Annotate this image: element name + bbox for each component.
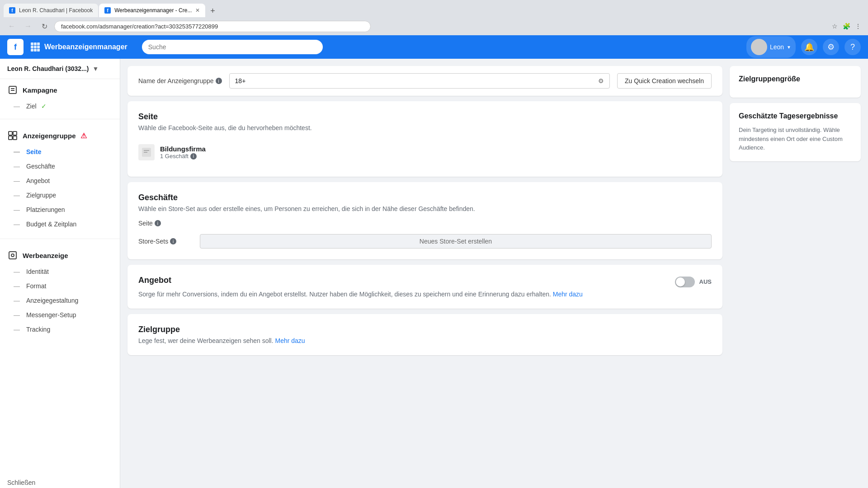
quick-creation-button[interactable]: Zu Quick Creation wechseln xyxy=(617,73,712,89)
name-gear-icon[interactable]: ⚙ xyxy=(598,77,604,84)
new-store-set-button[interactable]: Neues Store-Set erstellen xyxy=(200,234,712,249)
app-name-label: Werbeanzeigenmanager xyxy=(44,43,127,51)
svg-rect-7 xyxy=(34,49,37,52)
svg-rect-17 xyxy=(9,252,16,259)
search-input[interactable] xyxy=(142,40,323,54)
store-form: Seite i Store-Sets i Neues Store-Set ers… xyxy=(138,220,712,249)
extension-icon[interactable]: 🧩 xyxy=(842,22,851,31)
apps-icon[interactable] xyxy=(29,41,42,53)
right-panel: Zielgruppengröße Geschätzte Tagesergebni… xyxy=(730,66,861,486)
page-item: Bildungsfirma 1 Geschäft i xyxy=(138,139,712,166)
svg-rect-14 xyxy=(13,131,17,135)
browser-icons: ☆ 🧩 ⋮ xyxy=(830,22,863,31)
store-seite-info-icon[interactable]: i xyxy=(155,220,161,226)
dash-icon: — xyxy=(14,311,20,319)
store-sets-info-icon[interactable]: i xyxy=(170,238,176,244)
page-info: Bildungsfirma 1 Geschäft i xyxy=(160,145,206,160)
adgroup-title: Anzeigengruppe xyxy=(23,132,76,140)
geschaefte-title: Geschäfte xyxy=(138,193,712,202)
zielgruppe-more-link[interactable]: Mehr dazu xyxy=(275,337,305,344)
account-selector[interactable]: Leon R. Chaudhari (3032...) ▼ xyxy=(7,65,113,72)
sidebar-campaign-section: Kampagne — Ziel ✓ xyxy=(0,79,120,117)
close-button[interactable]: Schließen xyxy=(7,479,113,486)
angebot-section: Angebot AUS Sorge für mehr Conversions, … xyxy=(127,265,722,309)
adgroup-name-input[interactable]: 18+ ⚙ xyxy=(229,73,610,89)
svg-rect-16 xyxy=(13,136,17,140)
sidebar-item-format[interactable]: — Format xyxy=(0,279,120,293)
dash-icon: — xyxy=(14,282,20,290)
fb-topnav: f Werbeanzeigenmanager Leon ▼ xyxy=(0,35,868,59)
fb-app-name: Werbeanzeigenmanager xyxy=(29,41,127,53)
notifications-icon[interactable]: 🔔 xyxy=(801,39,817,55)
angebot-toggle[interactable] xyxy=(675,277,695,287)
settings-icon[interactable]: ⚙ xyxy=(823,39,839,55)
sidebar-divider-1 xyxy=(0,119,120,119)
sidebar-item-angebot[interactable]: — Angebot xyxy=(0,174,120,188)
seite-subtitle: Wähle die Facebook-Seite aus, die du her… xyxy=(138,124,712,131)
name-info-icon[interactable]: i xyxy=(216,78,222,84)
sidebar-item-format-label: Format xyxy=(26,282,46,290)
dash-icon: — xyxy=(14,163,20,170)
sidebar-bottom: Schließen xyxy=(0,472,120,488)
new-tab-button[interactable]: + xyxy=(206,5,219,17)
sidebar-item-messenger-label: Messenger-Setup xyxy=(26,311,76,319)
help-icon[interactable]: ? xyxy=(844,39,861,55)
avatar xyxy=(751,39,767,55)
toggle-knob xyxy=(676,277,685,286)
sidebar-item-angebot-label: Angebot xyxy=(26,177,50,184)
zielgruppengroesse-card: Zielgruppengröße xyxy=(730,66,861,98)
dash-icon: — xyxy=(14,221,20,228)
tab-2-close-icon[interactable]: ✕ xyxy=(195,7,200,14)
dash-icon: — xyxy=(14,192,20,199)
dash-icon: — xyxy=(14,206,20,213)
check-icon: ✓ xyxy=(41,103,47,110)
campaign-title: Kampagne xyxy=(23,86,57,94)
sidebar-item-budget[interactable]: — Budget & Zeitplan xyxy=(0,217,120,231)
forward-button[interactable]: → xyxy=(22,20,34,33)
sidebar-item-tracking[interactable]: — Tracking xyxy=(0,322,120,337)
store-seite-label: Seite i xyxy=(138,220,193,227)
sidebar-item-anzeigegestaltung[interactable]: — Anzeigegestaltung xyxy=(0,293,120,308)
search-container xyxy=(142,40,323,54)
adgroup-name-label: Name der Anzeigengruppe i xyxy=(138,77,222,84)
content-area: Name der Anzeigengruppe i 18+ ⚙ Zu Quick… xyxy=(120,59,868,488)
sidebar-adgroup-section: Anzeigengruppe ⚠ — Seite — Geschäfte — A… xyxy=(0,121,120,237)
svg-rect-8 xyxy=(37,49,40,52)
tab-1[interactable]: f Leon R. Chaudhari | Facebook xyxy=(4,4,98,17)
back-button[interactable]: ← xyxy=(5,20,18,33)
svg-point-18 xyxy=(11,254,14,257)
tab-2-label: Werbeanzeigenmanager - Cre... xyxy=(114,7,192,14)
address-input[interactable] xyxy=(54,21,371,32)
sidebar-item-identitaet[interactable]: — Identität xyxy=(0,264,120,279)
campaign-icon xyxy=(7,84,18,95)
tab-bar: f Leon R. Chaudhari | Facebook f Werbean… xyxy=(0,0,868,17)
angebot-text: Sorge für mehr Conversions, indem du ein… xyxy=(138,291,712,298)
address-bar-row: ← → ↻ ☆ 🧩 ⋮ xyxy=(0,17,868,35)
dash-icon: — xyxy=(14,326,20,333)
fb-logo: f xyxy=(7,39,24,55)
adgroup-section-header: Anzeigengruppe ⚠ xyxy=(0,127,120,145)
svg-rect-3 xyxy=(31,46,33,48)
sidebar-item-messenger-setup[interactable]: — Messenger-Setup xyxy=(0,308,120,322)
sidebar-item-geschaefte[interactable]: — Geschäfte xyxy=(0,159,120,174)
sidebar-item-platzierungen[interactable]: — Platzierungen xyxy=(0,202,120,217)
tab-1-label: Leon R. Chaudhari | Facebook xyxy=(19,7,93,14)
ad-icon xyxy=(7,250,18,261)
sidebar-item-zielgruppe[interactable]: — Zielgruppe xyxy=(0,188,120,202)
main-layout: Leon R. Chaudhari (3032...) ▼ Kampagne —… xyxy=(0,59,868,488)
zielgruppe-title: Zielgruppe xyxy=(138,325,712,334)
svg-rect-15 xyxy=(9,136,12,140)
sidebar-item-ziel[interactable]: — Ziel ✓ xyxy=(0,99,120,113)
user-menu-button[interactable]: Leon ▼ xyxy=(746,36,796,58)
refresh-button[interactable]: ↻ xyxy=(38,20,51,33)
dash-icon: — xyxy=(14,103,20,110)
tab-2-favicon: f xyxy=(104,7,111,14)
angebot-more-link[interactable]: Mehr dazu xyxy=(553,291,583,298)
zielgruppengroesse-title: Zielgruppengröße xyxy=(739,75,852,83)
sidebar-item-seite[interactable]: — Seite xyxy=(0,145,120,159)
tab-2[interactable]: f Werbeanzeigenmanager - Cre... ✕ xyxy=(99,4,205,17)
menu-icon[interactable]: ⋮ xyxy=(854,22,863,31)
svg-rect-6 xyxy=(31,49,33,52)
page-meta-info-icon[interactable]: i xyxy=(190,153,197,160)
bookmark-icon[interactable]: ☆ xyxy=(830,22,839,31)
